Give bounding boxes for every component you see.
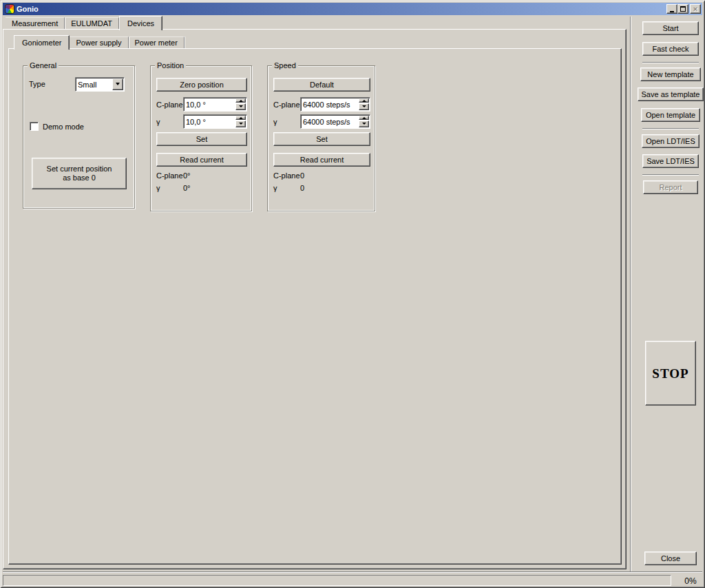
position-set-button-label: Set [196, 135, 208, 144]
close-button[interactable]: Close [644, 552, 697, 565]
tab-eulumdat-label: EULUMDAT [71, 19, 112, 28]
tab-devices[interactable]: Devices [119, 16, 162, 30]
position-cplane-value: 10,0 ° [184, 98, 235, 111]
type-dropdown[interactable]: Small [75, 77, 125, 92]
chevron-down-icon [116, 83, 120, 87]
tab-goniometer[interactable]: Goniometer [14, 35, 70, 50]
window-controls: × [666, 4, 701, 14]
new-template-button-label: New template [647, 70, 693, 79]
tab-eulumdat[interactable]: EULUMDAT [65, 17, 119, 29]
save-ldt-ies-button[interactable]: Save LDT/IES [642, 154, 699, 168]
speed-cplane-input[interactable]: 64000 steps/s [300, 97, 370, 112]
action-separator [642, 128, 699, 129]
tab-power-meter[interactable]: Power meter [129, 36, 185, 48]
spin-down-icon[interactable] [235, 120, 246, 127]
spin-up-icon[interactable] [235, 116, 246, 120]
speed-default-button[interactable]: Default [273, 78, 370, 92]
speed-default-button-label: Default [310, 81, 334, 90]
report-button-label: Report [659, 183, 682, 192]
speed-gamma-spinner [359, 116, 369, 127]
speed-read-current-button[interactable]: Read current [273, 153, 370, 167]
position-group-label: Position [155, 61, 186, 70]
spin-down-icon[interactable] [235, 103, 246, 110]
speed-current-cplane-label: C-plane [273, 171, 300, 180]
start-button-label: Start [662, 24, 678, 33]
position-set-button[interactable]: Set [156, 132, 247, 146]
tab-power-meter-label: Power meter [135, 39, 178, 47]
open-template-button-label: Open template [646, 111, 695, 120]
dropdown-arrow-button[interactable] [112, 78, 123, 90]
fast-check-button-label: Fast check [652, 45, 688, 54]
speed-cplane-value: 64000 steps/s [301, 98, 358, 111]
set-base-button-label: Set current position as base 0 [42, 165, 116, 182]
position-read-current-label: Read current [180, 156, 224, 165]
start-button[interactable]: Start [642, 21, 699, 35]
spin-up-icon[interactable] [359, 98, 369, 103]
spin-down-icon[interactable] [359, 103, 369, 110]
speed-gamma-value: 64000 steps/s [301, 115, 358, 128]
speed-set-button[interactable]: Set [273, 132, 370, 146]
position-current-cplane-label: C-plane [156, 171, 183, 180]
stop-button-label: STOP [652, 369, 688, 378]
minimize-button[interactable] [666, 4, 677, 14]
close-window-button[interactable]: × [690, 4, 701, 14]
open-template-button[interactable]: Open template [641, 108, 700, 122]
spin-down-icon[interactable] [359, 120, 369, 127]
progress-bar [3, 575, 671, 586]
general-group-label: General [28, 61, 59, 70]
minimize-icon [670, 11, 674, 12]
maximize-button[interactable] [677, 4, 688, 14]
speed-group: Speed Default C-plane 64000 steps/s γ 64… [267, 65, 375, 211]
position-group: Position Zero position C-plane 10,0 ° γ … [150, 65, 252, 211]
action-separator [642, 62, 699, 63]
position-gamma-spinner [235, 116, 246, 127]
action-separator [642, 174, 699, 176]
new-template-button[interactable]: New template [640, 67, 701, 81]
zero-position-button-label: Zero position [180, 81, 224, 90]
tab-power-supply-label: Power supply [76, 39, 121, 47]
spin-up-icon[interactable] [235, 98, 246, 103]
fast-check-button[interactable]: Fast check [642, 42, 699, 56]
position-current-gamma-value: 0° [183, 184, 191, 192]
position-read-current-button[interactable]: Read current [156, 153, 247, 167]
titlebar: Gonio × [3, 3, 702, 15]
demo-mode-label: Demo mode [43, 123, 84, 131]
speed-set-button-label: Set [316, 135, 328, 144]
position-current-cplane-value: 0° [183, 171, 191, 180]
speed-read-current-label: Read current [300, 156, 344, 165]
close-button-label: Close [661, 554, 680, 563]
speed-gamma-label: γ [273, 118, 277, 126]
position-current-gamma-label: γ [156, 184, 160, 192]
zero-position-button[interactable]: Zero position [156, 78, 247, 92]
speed-current-gamma-label: γ [273, 184, 277, 192]
save-as-template-button[interactable]: Save as template [638, 87, 704, 101]
type-dropdown-value: Small [76, 78, 112, 91]
main-tab-bar: Measurement EULUMDAT Devices [6, 16, 162, 29]
app-icon [5, 4, 14, 14]
speed-current-gamma-value: 0 [300, 184, 304, 192]
statusbar-divider [3, 571, 702, 573]
tab-measurement[interactable]: Measurement [6, 17, 65, 29]
tab-goniometer-label: Goniometer [22, 39, 61, 47]
open-ldt-ies-button-label: Open LDT/IES [646, 137, 695, 146]
type-label: Type [29, 80, 45, 88]
position-gamma-value: 10,0 ° [184, 115, 235, 128]
speed-gamma-input[interactable]: 64000 steps/s [300, 114, 370, 129]
position-gamma-input[interactable]: 10,0 ° [183, 114, 247, 129]
spin-up-icon[interactable] [359, 116, 369, 120]
speed-cplane-label: C-plane [273, 101, 300, 109]
position-gamma-label: γ [156, 118, 160, 126]
speed-cplane-spinner [359, 98, 369, 110]
stop-button[interactable]: STOP [645, 341, 696, 406]
demo-mode-checkbox[interactable] [30, 122, 39, 131]
tab-power-supply[interactable]: Power supply [70, 36, 128, 48]
open-ldt-ies-button[interactable]: Open LDT/IES [642, 134, 699, 148]
position-cplane-spinner [235, 98, 246, 110]
app-window: Gonio × Measurement EULUMDAT Devices Gon… [0, 0, 705, 588]
position-cplane-label: C-plane [156, 101, 183, 109]
progress-percent: 0% [677, 576, 704, 586]
speed-group-label: Speed [272, 61, 298, 70]
set-base-button[interactable]: Set current position as base 0 [32, 158, 127, 189]
position-cplane-input[interactable]: 10,0 ° [183, 97, 247, 112]
report-button[interactable]: Report [643, 180, 698, 194]
